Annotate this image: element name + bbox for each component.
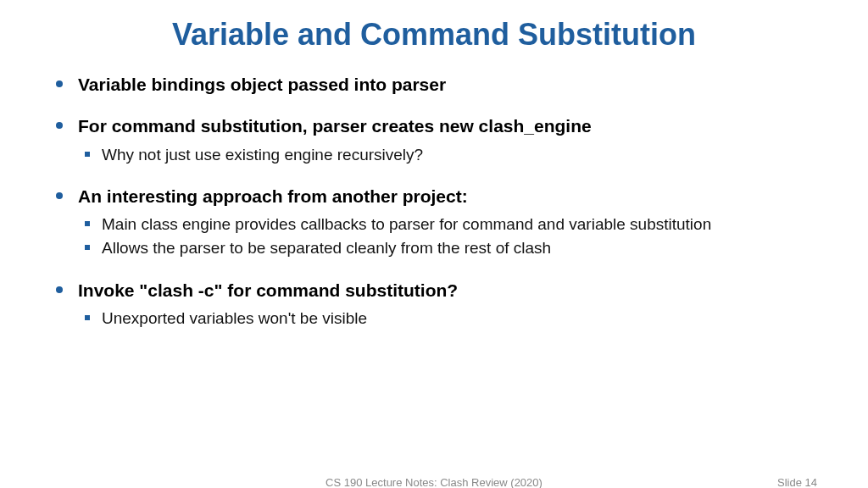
bullet-head: Invoke "clash -c" for command substituti… — [78, 279, 817, 302]
slide-number: Slide 14 — [777, 476, 817, 488]
list-item: Invoke "clash -c" for command substituti… — [51, 279, 817, 330]
list-item: For command substitution, parser creates… — [51, 114, 817, 166]
bullet-head: Variable bindings object passed into par… — [78, 73, 817, 96]
slide-title: Variable and Command Substitution — [51, 17, 817, 53]
bullet-head: An interesting approach from another pro… — [78, 185, 817, 208]
sub-item: Unexported variables won't be visible — [78, 307, 817, 330]
sub-item: Allows the parser to be separated cleanl… — [78, 236, 817, 260]
sub-item: Main class engine provides callbacks to … — [78, 213, 817, 236]
sub-item: Why not just use existing engine recursi… — [78, 143, 817, 167]
slide: Variable and Command Substitution Variab… — [0, 0, 868, 488]
sub-list: Main class engine provides callbacks to … — [78, 213, 817, 259]
bullet-head: For command substitution, parser creates… — [78, 114, 817, 137]
list-item: Variable bindings object passed into par… — [51, 73, 817, 96]
footer-note: CS 190 Lecture Notes: Clash Review (2020… — [0, 476, 868, 488]
list-item: An interesting approach from another pro… — [51, 185, 817, 259]
sub-list: Unexported variables won't be visible — [78, 307, 817, 330]
sub-list: Why not just use existing engine recursi… — [78, 143, 817, 167]
bullet-list: Variable bindings object passed into par… — [51, 73, 817, 330]
